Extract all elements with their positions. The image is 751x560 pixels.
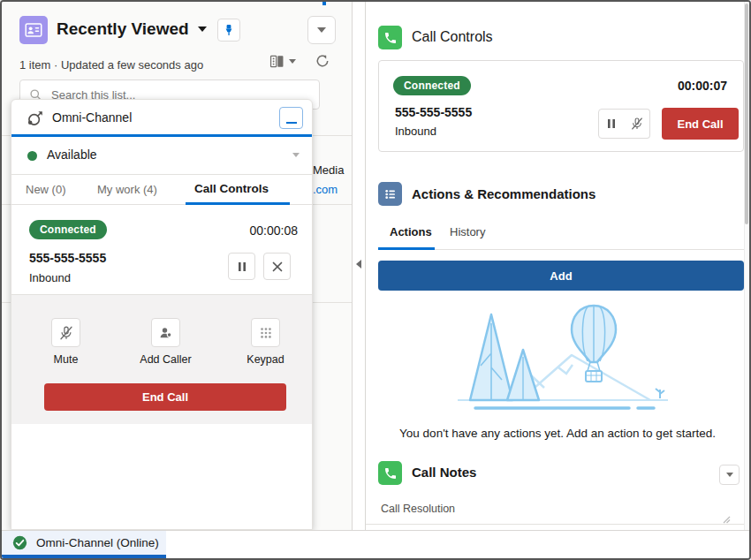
- record-side-panel: Call Controls Connected 00:00:07 555-555…: [366, 2, 749, 530]
- status-dot: [27, 151, 37, 161]
- microphone-off-icon: [630, 117, 644, 131]
- app-window: Recently Viewed 1 item · Updated a few s…: [0, 0, 751, 560]
- omni-panel-title: Omni-Channel: [52, 110, 132, 125]
- collapse-splitview-button[interactable]: [353, 256, 364, 272]
- tab-my-work[interactable]: My work (4): [97, 183, 157, 196]
- top-accent-tick: [322, 2, 326, 5]
- call-timer: 00:00:08: [250, 223, 299, 238]
- tab-call-controls[interactable]: Call Controls: [194, 182, 269, 195]
- pause-icon: [237, 261, 247, 272]
- mute-button[interactable]: [624, 109, 650, 139]
- call-status-badge: Connected: [393, 76, 471, 95]
- mute-label: Mute: [34, 353, 98, 366]
- utility-active-underline: [2, 555, 166, 558]
- list-actions-menu-button[interactable]: [307, 16, 336, 44]
- keypad-label: Keypad: [233, 353, 298, 366]
- page-title: Recently Viewed: [57, 19, 189, 39]
- keypad-icon: [259, 326, 273, 340]
- email-link-fragment[interactable]: .com: [313, 183, 352, 196]
- add-action-button[interactable]: Add: [378, 261, 744, 291]
- call-resolution-label: Call Resolution: [381, 503, 455, 515]
- end-call-button[interactable]: End Call: [44, 383, 286, 411]
- add-caller-button[interactable]: [151, 318, 180, 347]
- call-direction: Inbound: [395, 125, 436, 138]
- omni-channel-panel: Omni-Channel Available New (0) My work (…: [11, 99, 313, 530]
- omni-tabs: New (0) My work (4) Call Controls: [11, 175, 312, 205]
- omni-channel-icon: [27, 110, 44, 127]
- tab-new[interactable]: New (0): [26, 183, 66, 196]
- empty-state-text: You don't have any actions yet. Add an a…: [366, 427, 749, 440]
- call-controls-title: Call Controls: [412, 29, 493, 45]
- actions-recommendations-title: Actions & Recommendations: [412, 186, 595, 201]
- hold-call-button[interactable]: [228, 253, 255, 280]
- refresh-icon: [315, 53, 330, 69]
- chevron-left-icon: [356, 260, 361, 269]
- actions-tab-underline: [378, 247, 435, 250]
- keypad-button[interactable]: [251, 318, 280, 347]
- mute-button[interactable]: [51, 318, 80, 347]
- hold-call-button[interactable]: [598, 109, 625, 139]
- caller-phone-number: 555-555-5555: [29, 251, 106, 265]
- presence-status-label: Available: [47, 148, 97, 162]
- pin-icon: [223, 24, 235, 36]
- omni-panel-header: Omni-Channel: [11, 100, 312, 137]
- list-icon: [383, 187, 398, 201]
- chevron-down-icon: [317, 27, 326, 33]
- add-caller-label: Add Caller: [133, 353, 198, 366]
- list-selector-caret-icon[interactable]: [198, 26, 207, 32]
- call-notes-menu-button[interactable]: [719, 465, 740, 485]
- caller-phone-number: 555-555-5555: [395, 105, 472, 119]
- field-top-border: [366, 524, 749, 525]
- minimize-icon: [286, 122, 297, 125]
- chevron-down-icon: [292, 153, 300, 157]
- end-call-button[interactable]: End Call: [662, 108, 739, 140]
- list-meta: 1 item · Updated a few seconds ago: [19, 58, 203, 72]
- call-direction: Inbound: [29, 271, 71, 284]
- chevron-down-icon: [289, 59, 296, 64]
- pin-list-button[interactable]: [217, 19, 240, 42]
- decline-transfer-button[interactable]: [263, 253, 291, 280]
- add-caller-icon: [158, 325, 174, 341]
- minimize-button[interactable]: [279, 107, 303, 129]
- omni-channel-utility-item[interactable]: Omni-Channel (Online): [2, 531, 166, 555]
- close-icon: [272, 261, 283, 272]
- recently-viewed-object-icon: [19, 16, 48, 44]
- microphone-off-icon: [58, 325, 74, 341]
- actions-recommendations-icon: [378, 182, 402, 206]
- scrollbar-thumb[interactable]: [745, 4, 748, 224]
- call-notes-icon: [378, 461, 402, 485]
- refresh-button[interactable]: [315, 53, 330, 72]
- list-view-title-row: Recently Viewed: [57, 19, 207, 39]
- online-check-icon: [12, 535, 27, 550]
- omni-call-card: Connected 00:00:08 555-555-5555 Inbound: [11, 205, 312, 295]
- call-status-badge: Connected: [29, 220, 107, 239]
- contact-card-icon: [25, 21, 42, 39]
- call-controls-card-icon: [378, 26, 402, 49]
- resize-grip-icon: [723, 516, 731, 524]
- call-controls-card: Connected 00:00:07 555-555-5555 Inbound …: [378, 60, 744, 152]
- chevron-down-icon: [726, 473, 733, 477]
- empty-state-illustration: [445, 304, 693, 417]
- phone-icon: [383, 466, 398, 481]
- display-as-button[interactable]: [269, 54, 296, 69]
- call-controls-zone: Mute Add Caller Keypad End Call: [11, 295, 312, 424]
- pause-icon: [606, 118, 617, 129]
- company-cell-fragment: Media: [313, 163, 352, 177]
- utility-bar: Omni-Channel (Online): [2, 530, 749, 558]
- call-notes-title: Call Notes: [412, 465, 476, 480]
- presence-status-dropdown[interactable]: Available: [11, 137, 312, 175]
- tab-history[interactable]: History: [450, 225, 485, 238]
- display-as-icon: [269, 54, 284, 69]
- tab-actions[interactable]: Actions: [390, 225, 432, 238]
- call-timer: 00:00:07: [678, 79, 727, 93]
- phone-icon: [383, 31, 398, 45]
- utility-item-label: Omni-Channel (Online): [36, 536, 159, 549]
